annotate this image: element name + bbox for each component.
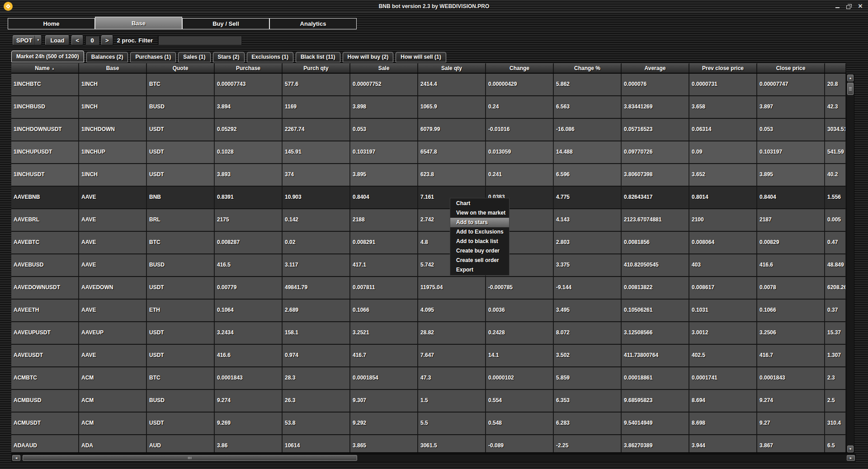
next-page-button[interactable]: > <box>101 35 113 45</box>
cell-sale: 0.103197 <box>350 141 418 163</box>
column-header-change_pct[interactable]: Change % <box>554 63 622 73</box>
filter-input[interactable] <box>158 36 241 45</box>
scroll-left-button[interactable]: ◄ <box>12 455 20 461</box>
cell-purch_qty: 0.02 <box>283 232 350 253</box>
column-header-sale_qty[interactable]: Sale qty <box>418 63 486 73</box>
menu-item-add-to-black-list[interactable]: Add to black list <box>450 237 509 246</box>
maximize-button[interactable] <box>846 3 852 9</box>
column-header-base[interactable]: Base <box>79 63 147 73</box>
table-row[interactable]: AAVEUPUSDTAAVEUPUSDT3.2434158.13.252128.… <box>11 322 846 345</box>
cell-base: AAVE <box>79 209 147 231</box>
cell-extra: 541.59 <box>825 141 846 163</box>
close-button[interactable]: ✕ <box>857 3 863 9</box>
subtab-purchases-1[interactable]: Purchases (1) <box>130 52 176 62</box>
table-row[interactable]: AAVEUSDTAAVEUSDT416.60.974416.77.64714.1… <box>11 345 846 367</box>
tab-buy-sell[interactable]: Buy / Sell <box>182 18 269 29</box>
cell-purch_qty: 28.3 <box>283 367 350 389</box>
cell-sale: 0.0001854 <box>350 367 418 389</box>
cell-sale_qty: 3061.5 <box>418 435 486 453</box>
vertical-scroll-thumb[interactable] <box>847 83 854 95</box>
subtab-black-list-11[interactable]: Black list (11) <box>296 52 340 62</box>
page-input[interactable] <box>85 36 99 45</box>
subtab-balances-2[interactable]: Balances (2) <box>86 52 128 62</box>
table-row[interactable]: 1INCHBTC1INCHBTC0.00007743577.60.0000775… <box>11 74 846 96</box>
cell-purch_qty: 53.8 <box>283 413 350 434</box>
tab-home[interactable]: Home <box>8 18 95 29</box>
column-header-sale[interactable]: Sale <box>350 63 418 73</box>
cell-name: ACMBUSD <box>11 390 79 412</box>
menu-item-chart[interactable]: Chart <box>450 199 509 208</box>
cell-purchase: 0.008287 <box>215 232 283 253</box>
subtab-exclusions-1[interactable]: Exclusions (1) <box>247 52 293 62</box>
load-button[interactable]: Load <box>45 35 69 45</box>
cell-base: ADA <box>79 435 147 453</box>
cell-sale_qty: 5.5 <box>418 413 486 434</box>
chevron-down-icon[interactable]: ▼ <box>34 36 41 45</box>
cell-close: 0.103197 <box>757 141 825 163</box>
menu-item-add-to-exclusions[interactable]: Add to Exclusions <box>450 227 509 237</box>
scroll-right-button[interactable]: ► <box>847 455 855 461</box>
cell-name: AAVEBTC <box>11 232 79 253</box>
menu-item-create-buy-order[interactable]: Create buy order <box>450 246 509 256</box>
column-header-average[interactable]: Average <box>622 63 689 73</box>
table-row[interactable]: ACMUSDTACMUSDT9.26953.89.2925.50.5486.28… <box>11 413 846 435</box>
cell-change_pct: 5.859 <box>554 367 622 389</box>
table-row[interactable]: 1INCHUSDT1INCHUSDT3.8933743.895623.80.24… <box>11 164 846 187</box>
table-row[interactable]: 1INCHUPUSDT1INCHUPUSDT0.1028145.910.1031… <box>11 141 846 164</box>
table-row[interactable]: ACMBUSDACMBUSD9.27426.39.3071.50.5546.35… <box>11 390 846 413</box>
table-row[interactable]: AAVEBTCAAVEBTC0.0082870.020.0082914.82.8… <box>11 232 846 254</box>
table-row[interactable]: 1INCHBUSD1INCHBUSD3.89411693.8981065.90.… <box>11 96 846 119</box>
cell-prev_close: 3.658 <box>689 96 757 118</box>
scroll-down-button[interactable]: ▼ <box>847 446 854 452</box>
horizontal-scrollbar[interactable]: ◄ ► <box>11 454 856 462</box>
horizontal-scroll-thumb[interactable] <box>23 455 357 461</box>
table-row[interactable]: AAVEBRLAAVEBRL21750.14221882.7424.143212… <box>11 209 846 232</box>
cell-sale: 0.053 <box>350 119 418 141</box>
menu-item-view-on-the-market[interactable]: View on the market <box>450 208 509 218</box>
cell-purch_qty: 10.903 <box>283 187 350 208</box>
subtab-how-will-buy-2[interactable]: How will buy (2) <box>343 52 394 62</box>
table-row[interactable]: ADAAUDADAAUD3.86106143.8653061.5-0.089-2… <box>11 435 846 453</box>
column-header-purch_qty[interactable]: Purch qty <box>283 63 350 73</box>
cell-sale: 0.007811 <box>350 277 418 299</box>
column-header-change[interactable]: Change <box>486 63 554 73</box>
chevron-left-icon: ◄ <box>15 456 18 460</box>
cell-purch_qty: 0.142 <box>283 209 350 231</box>
column-header-extra[interactable] <box>825 63 846 73</box>
cell-change_pct: 2.803 <box>554 232 622 253</box>
subtab-sales-1[interactable]: Sales (1) <box>178 52 210 62</box>
minimize-button[interactable] <box>835 3 841 9</box>
table-row[interactable]: AAVEBNBAAVEBNB0.839110.9030.84047.1610.0… <box>11 187 846 209</box>
column-header-purchase[interactable]: Purchase <box>215 63 283 73</box>
table-row[interactable]: AAVEETHAAVEETH0.10642.6890.10664.0950.00… <box>11 300 846 322</box>
cell-name: AAVEBNB <box>11 187 79 208</box>
cell-prev_close: 0.06314 <box>689 119 757 141</box>
menu-item-export[interactable]: Export <box>450 265 509 275</box>
cell-quote: BUSD <box>147 254 215 276</box>
cell-base: 1INCHUP <box>79 141 147 163</box>
table-row[interactable]: 1INCHDOWNUSDT1INCHDOWNUSDT0.052922267.74… <box>11 119 846 141</box>
table-row[interactable]: AAVEDOWNUSDTAAVEDOWNUSDT0.0077949841.790… <box>11 277 846 300</box>
subtab-market-24h-500-of-1200[interactable]: Market 24h (500 of 1200) <box>11 51 84 62</box>
table-row[interactable]: AAVEBUSDAAVEBUSD416.53.117417.15.7423.37… <box>11 254 846 277</box>
market-type-select[interactable]: SPOT ▼ <box>13 35 42 45</box>
tab-analytics[interactable]: Analytics <box>269 18 357 29</box>
vertical-scrollbar[interactable]: ▲ ▼ <box>846 74 854 453</box>
menu-item-add-to-stars[interactable]: Add to stars <box>450 218 509 227</box>
table-row[interactable]: ACMBTCACMBTC0.000184328.30.000185447.30.… <box>11 367 846 390</box>
cell-name: AAVEBRL <box>11 209 79 231</box>
column-header-prev_close[interactable]: Prev close price <box>689 63 757 73</box>
column-header-quote[interactable]: Quote <box>147 63 215 73</box>
cell-change_pct: -16.086 <box>554 119 622 141</box>
cell-change: -0.089 <box>486 435 554 453</box>
column-header-name[interactable]: Name▲ <box>11 63 79 73</box>
cell-change: 0.2428 <box>486 322 554 344</box>
column-header-close[interactable]: Close price <box>757 63 825 73</box>
menu-item-create-sell-order[interactable]: Create sell order <box>450 256 509 265</box>
scroll-up-button[interactable]: ▲ <box>847 75 854 81</box>
prev-page-button[interactable]: < <box>71 35 83 45</box>
subtab-how-will-sell-1[interactable]: How will sell (1) <box>396 52 446 62</box>
subtab-stars-2[interactable]: Stars (2) <box>213 52 245 62</box>
cell-name: ACMUSDT <box>11 413 79 434</box>
tab-base[interactable]: Base <box>95 17 182 29</box>
